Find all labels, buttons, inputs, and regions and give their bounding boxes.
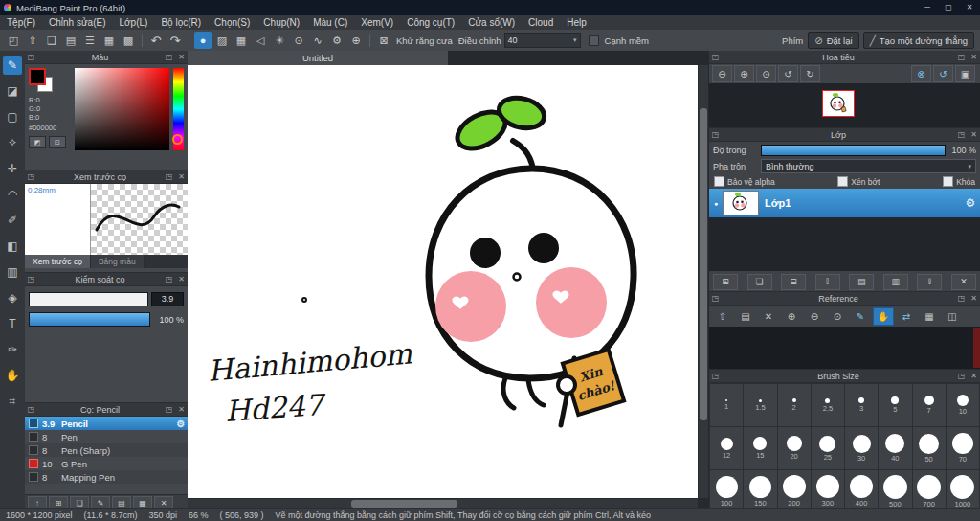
zoom-reset-button[interactable]: ⊙ (756, 65, 776, 82)
blend-mode-select[interactable]: Bình thường ▾ (761, 159, 976, 173)
brush-size-option[interactable]: 100 (710, 470, 743, 511)
shape-tool[interactable]: ◈ (3, 288, 22, 307)
reference-zoom-in-button[interactable]: ⊕ (781, 307, 802, 326)
reference-viewport[interactable] (709, 327, 980, 370)
reference-flip-button[interactable]: ⇄ (896, 307, 917, 326)
clipping-checkbox[interactable]: Xén bớt (837, 176, 880, 187)
float-icon[interactable]: ◳ (163, 275, 175, 283)
gradient-tool[interactable]: ▥ (3, 262, 22, 282)
brush-row-pen[interactable]: 8 Pen (25, 430, 188, 443)
brush-size-option[interactable]: 50 (913, 427, 946, 469)
duplicate-layer-button[interactable]: ❏ (747, 274, 772, 290)
brush-size-option[interactable]: 300 (812, 470, 844, 511)
maximize-button[interactable]: ▢ (938, 0, 959, 15)
brush-size-option[interactable]: 10 (947, 384, 979, 426)
zoom-out-button[interactable]: ⊖ (712, 65, 732, 82)
menu-file[interactable]: Tệp(F) (0, 15, 42, 30)
brush-size-option[interactable]: 400 (845, 470, 878, 511)
grid-small-icon[interactable]: ▦ (100, 32, 118, 49)
float-icon[interactable]: ◳ (163, 172, 175, 181)
close-icon[interactable]: ✕ (175, 275, 188, 283)
brush-opacity-slider[interactable] (29, 312, 150, 327)
vertical-scroll-thumb[interactable] (700, 108, 707, 419)
reference-zoom-reset-button[interactable]: ⊙ (827, 307, 848, 326)
menu-tools[interactable]: Công cụ(T) (400, 15, 461, 30)
menu-help[interactable]: Help (560, 15, 593, 30)
brush-row-pencil[interactable]: 3.9 Pencil ⚙ (25, 417, 188, 430)
lasso-tool[interactable]: ◠ (3, 185, 22, 204)
reference-split-button[interactable]: ◫ (942, 307, 963, 326)
float-icon[interactable]: ◳ (955, 294, 968, 303)
brush-size-option[interactable]: 12 (710, 427, 743, 469)
brush-settings-gear-icon[interactable]: ⚙ (174, 419, 188, 429)
close-icon[interactable]: ✕ (968, 53, 980, 61)
float-icon[interactable]: ◳ (25, 275, 37, 283)
close-icon[interactable]: ✕ (175, 53, 188, 61)
menu-window[interactable]: Cửa sổ(W) (461, 15, 522, 30)
brush-size-option[interactable]: 5 (879, 384, 911, 426)
brush-type-circle-button[interactable]: ● (194, 32, 212, 49)
brush-size-option[interactable]: 1 (710, 384, 743, 426)
antialias-checkbox-icon[interactable]: ⊠ (375, 32, 392, 49)
eyedropper-tool[interactable]: ✑ (3, 340, 22, 359)
brush-size-slider[interactable] (29, 292, 148, 306)
grid-large-icon[interactable]: ▩ (120, 32, 137, 49)
brush-opacity-value[interactable]: 100 % (153, 315, 184, 325)
lock-checkbox[interactable]: Khóa (943, 176, 975, 187)
brush-size-option[interactable]: 25 (812, 427, 844, 469)
brush-size-option[interactable]: 15 (744, 427, 776, 469)
delete-layer-button[interactable]: ✕ (951, 274, 976, 290)
eraser-tool[interactable]: ◪ (3, 81, 22, 101)
horizontal-scroll-thumb[interactable] (351, 500, 458, 508)
divide-tool[interactable]: ⌗ (3, 392, 22, 411)
comment-icon[interactable]: ❑ (43, 32, 60, 49)
circle-dot-icon[interactable]: ⊙ (290, 32, 307, 49)
brush-size-option[interactable]: 40 (879, 427, 911, 469)
adjust-dropdown[interactable]: 40 ▾ (504, 33, 581, 48)
float-icon[interactable]: ◳ (163, 405, 175, 414)
float-icon[interactable]: ◳ (25, 53, 37, 61)
text-tool[interactable]: T (3, 314, 22, 333)
swap-colors-button[interactable]: ◩ (29, 136, 46, 148)
reference-folder-button[interactable]: ▤ (735, 307, 756, 326)
minimize-button[interactable]: ─ (917, 0, 938, 15)
gear-icon[interactable]: ⚙ (328, 32, 345, 49)
reset-rotation-button[interactable]: ↺ (933, 65, 953, 82)
undo-button[interactable]: ↶ (147, 32, 165, 49)
float-icon[interactable]: ◳ (709, 294, 722, 303)
transfer-layer-button[interactable]: ⇩ (815, 274, 840, 290)
document-tab-untitled[interactable]: Untitled (188, 51, 448, 65)
navigator-preview[interactable] (709, 83, 980, 127)
float-icon[interactable]: ◳ (955, 130, 968, 139)
close-icon[interactable]: ✕ (175, 172, 188, 181)
tab-color-palette[interactable]: Bảng màu (91, 255, 145, 268)
protect-alpha-checkbox[interactable]: Bảo vệ alpha (714, 176, 775, 187)
layer-gear-icon[interactable]: ⚙ (961, 196, 980, 210)
float-icon[interactable]: ◳ (955, 53, 968, 61)
brush-size-option[interactable]: 700 (913, 470, 946, 511)
magic-wand-tool[interactable]: ✧ (3, 133, 22, 152)
snowflake-icon[interactable]: ✳ (271, 32, 288, 49)
layer-row-lop1[interactable]: ● Lớp1 ⚙ (709, 189, 980, 217)
curve-icon[interactable]: ∿ (309, 32, 326, 49)
reference-grid-button[interactable]: ▦ (919, 307, 940, 326)
reset-button[interactable]: ⊘ Đặt lại (808, 32, 858, 49)
menu-view[interactable]: Xem(V) (354, 15, 400, 30)
menu-snap[interactable]: Chụp(N) (256, 15, 306, 30)
select-pen-tool[interactable]: ✐ (3, 211, 22, 230)
brush-size-option[interactable]: 1000 (947, 470, 979, 511)
bucket-tool[interactable]: ◧ (3, 237, 22, 256)
flatten-button[interactable]: ⇓ (917, 274, 942, 290)
draw-line-button[interactable]: ╱ Tạo một đường thẳng (863, 32, 974, 49)
close-icon[interactable]: ✕ (968, 294, 980, 303)
drawing-canvas[interactable]: Hainhimohom Hd247 Xin (188, 65, 698, 498)
brush-size-option[interactable]: 2 (778, 384, 811, 426)
reference-zoom-out-button[interactable]: ⊖ (804, 307, 825, 326)
brush-type-grid-button[interactable]: ▦ (233, 32, 250, 49)
rotate-cw-button[interactable]: ↻ (800, 65, 820, 82)
brush-size-option[interactable]: 30 (845, 427, 878, 469)
soft-edge-checkbox[interactable] (589, 35, 599, 46)
brush-size-value[interactable]: 3.9 (151, 292, 184, 306)
close-icon[interactable]: ✕ (968, 372, 980, 380)
palette-button[interactable]: ⊡ (49, 136, 66, 148)
